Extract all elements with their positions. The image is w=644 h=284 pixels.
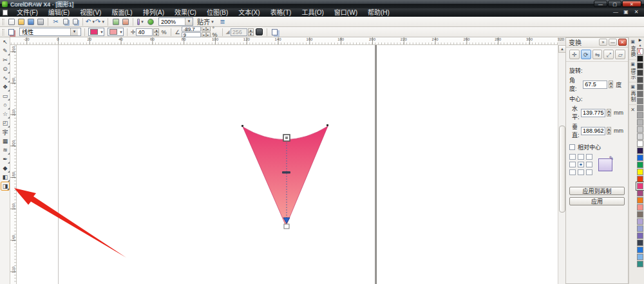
- color-swatch[interactable]: [637, 155, 643, 161]
- transform-position-tab[interactable]: ✛: [569, 50, 580, 59]
- snap-to-dropdown[interactable]: 贴齐▼: [194, 17, 217, 26]
- menu-item[interactable]: 位图(B): [202, 8, 233, 17]
- center-vertical-input[interactable]: [581, 127, 605, 135]
- pick-tool[interactable]: ↖: [1, 37, 10, 46]
- menu-item[interactable]: 表格(T): [265, 8, 297, 17]
- color-swatch[interactable]: [637, 254, 643, 260]
- duplicate-docker-tab[interactable]: ▣再制: [629, 82, 636, 105]
- save-button[interactable]: [26, 18, 35, 26]
- color-swatch[interactable]: [637, 98, 643, 104]
- menu-item[interactable]: 文件(F): [12, 8, 43, 17]
- propbar-grip[interactable]: [3, 29, 5, 35]
- paste-button[interactable]: [71, 18, 79, 26]
- application-launcher-button[interactable]: ▼: [137, 18, 145, 26]
- color-swatch[interactable]: [637, 84, 643, 90]
- options-button[interactable]: ≣: [218, 18, 227, 26]
- apply-button[interactable]: 应用: [569, 197, 625, 205]
- tabstrip-close-button[interactable]: ✕: [629, 105, 636, 115]
- color-swatch[interactable]: [637, 240, 643, 246]
- center-horizontal-input[interactable]: [581, 109, 605, 117]
- color-swatch[interactable]: [637, 126, 643, 133]
- vertical-scrollbar[interactable]: ▲: [558, 45, 565, 284]
- maximize-button[interactable]: ▢: [608, 1, 621, 7]
- end-color-dropdown[interactable]: ▼: [108, 28, 124, 36]
- hints-docker-tab[interactable]: ▣提示: [629, 60, 636, 82]
- color-swatch[interactable]: [637, 119, 643, 126]
- steps-lock-button[interactable]: [255, 28, 263, 36]
- crop-tool[interactable]: ✂: [1, 55, 10, 64]
- menu-item[interactable]: 窗口(W): [329, 8, 363, 17]
- palette-scroll-up-button[interactable]: ▲: [639, 43, 642, 48]
- color-swatch[interactable]: [637, 211, 643, 218]
- horizontal-ruler[interactable]: -200204060801001201401601802002202402602…: [10, 37, 558, 45]
- welcome-screen-button[interactable]: [146, 18, 155, 26]
- export-button[interactable]: [121, 18, 129, 26]
- vertical-ruler[interactable]: 260240220200180160140120: [10, 45, 17, 284]
- angle-spinner[interactable]: ◂▸: [202, 26, 211, 32]
- print-button[interactable]: [36, 18, 44, 26]
- edge-pad-input[interactable]: [182, 32, 201, 37]
- minimize-button[interactable]: —: [594, 1, 607, 7]
- anchor-point-4[interactable]: [578, 162, 584, 167]
- close-button[interactable]: ✕: [622, 1, 641, 7]
- gradient-steps-input[interactable]: [231, 28, 247, 36]
- redo-button[interactable]: ↷▼: [96, 18, 104, 26]
- text-tool[interactable]: 字: [1, 128, 10, 137]
- blend-tool[interactable]: ≋: [1, 146, 10, 155]
- import-button[interactable]: [111, 18, 120, 26]
- center-horizontal-spinner[interactable]: ▲▼: [607, 109, 611, 117]
- rectangle-tool[interactable]: ▭: [1, 91, 10, 100]
- menu-item[interactable]: 工具(O): [296, 8, 328, 17]
- transform-scale-mirror-tab[interactable]: ⇋: [592, 50, 603, 59]
- center-vertical-spinner[interactable]: ▲▼: [607, 127, 611, 135]
- steps-spinner[interactable]: ▲▼: [248, 28, 254, 36]
- color-swatch[interactable]: [637, 133, 643, 140]
- docker-collapse-button[interactable]: »: [599, 39, 607, 46]
- basic-shapes-tool[interactable]: ◰: [1, 118, 10, 128]
- ellipse-tool[interactable]: ○: [1, 100, 10, 109]
- anchor-point-8[interactable]: [586, 169, 592, 175]
- zoom-level-input[interactable]: [159, 18, 185, 25]
- smart-fill-tool[interactable]: ❖: [1, 82, 10, 91]
- color-swatch[interactable]: [637, 197, 643, 204]
- palette-flyout-button[interactable]: ▶: [639, 37, 642, 43]
- menu-item[interactable]: 版面(L): [106, 8, 137, 17]
- menu-item[interactable]: 编辑(E): [43, 8, 75, 17]
- relative-center-checkbox[interactable]: [569, 144, 575, 150]
- color-swatch[interactable]: [637, 55, 643, 62]
- fill-type-dropdown-icon[interactable]: ▼: [70, 28, 78, 35]
- transform-size-tab[interactable]: ⤢: [603, 50, 614, 59]
- color-swatch[interactable]: [637, 183, 643, 189]
- zoom-level-combo[interactable]: ▼: [158, 17, 193, 26]
- end-color-swatch[interactable]: [109, 29, 117, 35]
- transform-docker-tab[interactable]: ▣变换: [629, 37, 636, 60]
- no-color-swatch[interactable]: [637, 48, 643, 55]
- fill-tool[interactable]: ◧: [1, 173, 10, 182]
- polygon-tool[interactable]: ☆: [1, 109, 10, 118]
- anchor-point-0[interactable]: [569, 154, 576, 160]
- color-swatch[interactable]: [637, 91, 643, 97]
- rotation-angle-spinner[interactable]: ▲▼: [609, 80, 613, 88]
- table-tool[interactable]: ▦: [1, 137, 10, 146]
- color-swatch[interactable]: [637, 62, 643, 69]
- color-swatch[interactable]: [637, 176, 643, 182]
- anchor-point-6[interactable]: [569, 169, 576, 175]
- fill-type-value[interactable]: [20, 28, 70, 35]
- apply-to-duplicate-button[interactable]: 应用到再制: [569, 187, 625, 195]
- doc-close-button[interactable]: ✕: [632, 8, 640, 16]
- fill-type-dropdown[interactable]: ▼: [19, 28, 81, 36]
- copy-button[interactable]: [61, 18, 70, 26]
- docker-close-button[interactable]: ✕: [618, 39, 627, 46]
- doc-restore-button[interactable]: ▣: [622, 8, 630, 16]
- eyedropper-tool[interactable]: ✒: [1, 155, 10, 164]
- midpoint-spinner[interactable]: ▲▼: [153, 28, 159, 36]
- color-swatch[interactable]: [637, 169, 643, 175]
- cut-button[interactable]: ✂: [52, 18, 60, 26]
- color-swatch[interactable]: [637, 225, 643, 232]
- color-swatch[interactable]: [637, 247, 643, 253]
- color-swatch[interactable]: [637, 261, 643, 267]
- color-swatch[interactable]: [637, 140, 643, 147]
- drawing-canvas[interactable]: [17, 45, 558, 284]
- undo-button[interactable]: ↶▼: [86, 18, 95, 26]
- midpoint-input[interactable]: [136, 28, 153, 36]
